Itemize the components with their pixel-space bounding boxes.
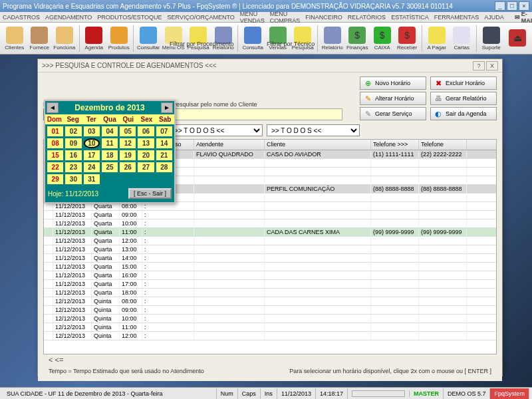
calendar-day[interactable]: 15 <box>47 150 63 160</box>
calendar-day[interactable]: 29 <box>47 174 63 184</box>
menu-item[interactable]: MENU COMPRAS <box>270 11 301 24</box>
toolbar-pesquisa[interactable]: Pesquisa <box>186 24 210 53</box>
calendar-day[interactable]: 22 <box>47 162 63 172</box>
maximize-button[interactable]: □ <box>507 1 517 11</box>
calendar-day[interactable]: 19 <box>120 150 136 160</box>
calendar-day[interactable]: 10 <box>84 138 100 148</box>
table-row[interactable]: 12/12/2013Quinta11:00: <box>44 323 496 332</box>
menu-item[interactable]: SERVIÇO/ORÇAMENTO <box>168 14 235 21</box>
calendar-day[interactable]: 03 <box>84 126 100 136</box>
toolbar-consultar[interactable]: Consultar <box>136 24 160 53</box>
toolbar-vendas[interactable]: Vendas <box>266 24 290 53</box>
gerar-servico-button[interactable]: ✎Gerar Serviço <box>360 107 426 120</box>
table-row[interactable]: 11/12/2013Quarta16:00: <box>44 271 496 280</box>
menu-item[interactable]: FINANCEIRO <box>305 14 342 21</box>
menu-item[interactable]: FERRAMENTAS <box>434 14 479 21</box>
calendar-day[interactable]: 28 <box>156 162 172 172</box>
calendar-day[interactable]: 18 <box>102 150 118 160</box>
calendar-day[interactable]: 09 <box>65 138 81 148</box>
help-button[interactable]: ? <box>473 61 485 70</box>
toolbar-menu os[interactable]: Menu OS <box>162 24 186 53</box>
calendar-day[interactable]: 21 <box>156 150 172 160</box>
menu-item[interactable]: RELATÓRIOS <box>348 14 386 21</box>
calendar-day[interactable]: 06 <box>138 126 154 136</box>
table-row[interactable]: 11/12/2013Quarta13:00: <box>44 245 496 254</box>
sair-agenda-button[interactable]: ◐Sair da Agenda <box>430 107 497 120</box>
menu-item[interactable]: AJUDA <box>484 14 504 21</box>
column-header[interactable]: Telefone <box>419 140 467 150</box>
calendar-day[interactable]: 16 <box>65 150 81 160</box>
calendar-day[interactable]: 31 <box>84 174 100 184</box>
column-header[interactable]: Atendente <box>194 140 265 150</box>
toolbar-funciona[interactable]: Funciona <box>53 24 76 53</box>
table-row[interactable]: 11/12/2013Quarta17:00: <box>44 280 496 289</box>
toolbar-receber[interactable]: $Receber <box>395 24 419 53</box>
calendar-day[interactable]: 26 <box>120 162 136 172</box>
prev-month-button[interactable]: ◄ <box>47 102 59 113</box>
table-row[interactable]: 12/12/2013Quinta10:00: <box>44 315 496 323</box>
toolbar-finanças[interactable]: $Finanças <box>345 24 369 53</box>
calendar-day[interactable]: 27 <box>138 162 154 172</box>
toolbar-produtos[interactable]: Produtos <box>107 24 131 53</box>
toolbar-cartas[interactable]: Cartas <box>450 24 473 53</box>
table-row[interactable]: 12/12/2013Quinta09:00: <box>44 306 496 315</box>
calendar-day[interactable]: 23 <box>65 162 81 172</box>
exit-button[interactable]: ⏏ <box>505 24 529 53</box>
menu-item[interactable]: CADASTROS <box>3 14 40 21</box>
menu-item[interactable]: MENU VENDAS <box>240 11 265 24</box>
toolbar-a pagar[interactable]: A Pagar <box>425 24 449 53</box>
calendar-day[interactable]: 04 <box>102 126 118 136</box>
table-row[interactable]: 12/12/2013Quinta12:00: <box>44 332 496 340</box>
table-row[interactable]: 11/12/2013Quarta18:00: <box>44 289 496 297</box>
gerar-relatorio-button[interactable]: 🖶Gerar Relatório <box>430 92 497 105</box>
toolbar-consulta[interactable]: Consulta <box>241 24 265 53</box>
calendar-day[interactable]: 30 <box>65 174 81 184</box>
calendar-day[interactable]: 11 <box>102 138 118 148</box>
toolbar-clientes[interactable]: Clientes <box>3 24 27 53</box>
toolbar-relatório[interactable]: Relatório <box>211 24 235 53</box>
minimize-button[interactable]: _ <box>495 1 505 11</box>
calendar-close-button[interactable]: [ Esc - Sair ] <box>128 188 172 199</box>
calendar-day[interactable]: 05 <box>120 126 136 136</box>
toolbar-agenda[interactable]: Agenda <box>82 24 106 53</box>
table-row[interactable]: 11/12/2013Quarta10:00: <box>44 219 496 228</box>
calendar-day[interactable]: 17 <box>84 150 100 160</box>
calendar-day[interactable]: 20 <box>138 150 154 160</box>
toolbar-relatório[interactable]: Relatório <box>321 24 344 53</box>
grid-nav[interactable]: < <= <box>43 354 497 365</box>
alterar-horario-button[interactable]: ✎Alterar Horário <box>360 92 426 105</box>
toolbar-caixa[interactable]: $CAIXA <box>370 24 394 53</box>
filtrar-tec-select[interactable]: >> T O D O S << <box>267 124 360 136</box>
filtrar-proc-select[interactable]: >> T O D O S << <box>170 124 263 136</box>
table-row[interactable]: 11/12/2013Quarta11:00:CADA DAS CARNES XI… <box>44 228 496 237</box>
column-header[interactable]: Telefone >>> <box>371 140 419 150</box>
toolbar-fornece[interactable]: Fornece <box>28 24 52 53</box>
calendar-day[interactable]: 08 <box>47 138 63 148</box>
calendar-day[interactable]: 25 <box>102 162 118 172</box>
calendar-day[interactable]: 07 <box>156 126 172 136</box>
email-button[interactable]: ✉ E-MAIL <box>515 11 532 24</box>
table-row[interactable]: 11/12/2013Quarta14:00: <box>44 254 496 263</box>
calendar-day[interactable]: 14 <box>156 138 172 148</box>
calendar-day[interactable]: 24 <box>84 162 100 172</box>
table-row[interactable]: 11/12/2013Quarta12:00: <box>44 237 496 245</box>
toolbar-pesquisa[interactable]: Pesquisa <box>291 24 315 53</box>
calendar-day[interactable]: 12 <box>120 138 136 148</box>
close-button[interactable]: × <box>519 1 529 11</box>
menu-item[interactable]: PRODUTOS/ESTOQUE <box>97 14 162 21</box>
table-row[interactable]: 11/12/2013Quarta09:00: <box>44 211 496 219</box>
calendar-day[interactable]: 13 <box>138 138 154 148</box>
calendar-day[interactable]: 02 <box>65 126 81 136</box>
table-row[interactable]: 12/12/2013Quinta08:00: <box>44 297 496 306</box>
toolbar-suporte[interactable]: Suporte <box>479 24 503 53</box>
search-input[interactable] <box>172 108 342 120</box>
table-row[interactable]: 11/12/2013Quarta15:00: <box>44 263 496 271</box>
excluir-horario-button[interactable]: ✖Excluir Horário <box>430 76 497 90</box>
menu-item[interactable]: ESTATÍSTICA <box>391 14 429 21</box>
menu-item[interactable]: AGENDAMENTO <box>45 14 92 21</box>
novo-horario-button[interactable]: ⊕Novo Horário <box>360 76 426 90</box>
calendar-day[interactable]: 01 <box>47 126 63 136</box>
window-close-button[interactable]: X <box>486 61 498 70</box>
column-header[interactable]: Cliente <box>265 140 371 150</box>
next-month-button[interactable]: ► <box>161 102 173 113</box>
